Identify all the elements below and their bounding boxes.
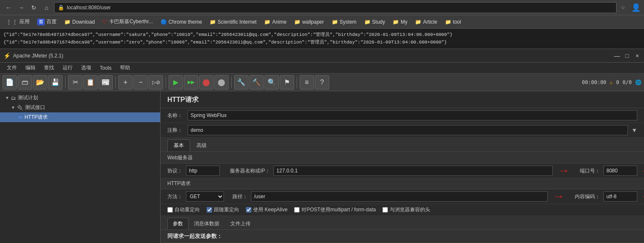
tree-item-http-request[interactable]: ✏ HTTP请求 <box>0 112 160 122</box>
toolbar-search1-button[interactable]: 🔧 <box>234 75 248 90</box>
checkbox-multipart[interactable]: 对POST使用multipart / form-data <box>294 206 376 213</box>
bookmark-star-icon[interactable]: ☆ <box>621 5 625 11</box>
follow-redirect-checkbox[interactable] <box>207 207 212 213</box>
warning-count: 0 <box>616 79 619 85</box>
globe-icon: 🌐 <box>635 79 641 85</box>
bookmark-wallpaper[interactable]: 📁 wallpaper <box>291 18 327 26</box>
menu-options[interactable]: 选项 <box>78 63 95 72</box>
comment-label: 注释： <box>167 127 184 134</box>
nav-home-button[interactable]: ⌂ <box>41 3 52 13</box>
tab-basic[interactable]: 基本 <box>167 139 190 151</box>
path-input-wrapper: → <box>251 191 548 202</box>
toolbar-clear-button[interactable]: ▷⊘ <box>149 75 163 90</box>
toolbar-new-button[interactable]: 📄 <box>3 75 17 90</box>
my-folder-icon: 📁 <box>393 19 399 25</box>
menu-run[interactable]: 运行 <box>59 63 76 72</box>
toolbar-cut-button[interactable]: ✂ <box>68 75 82 90</box>
bookmark-scientific[interactable]: 📁 Scientific Internet <box>206 18 260 26</box>
tree-item-test-plan[interactable]: ▼ 🗂 测试计划 <box>0 93 160 103</box>
protocol-label: 协议： <box>167 167 183 175</box>
collapse-icon[interactable]: ▼ <box>631 127 637 134</box>
toolbar-open-button[interactable]: 📂 <box>33 75 47 90</box>
nav-forward-button[interactable]: → <box>16 3 26 13</box>
multipart-checkbox[interactable] <box>294 207 300 213</box>
toolbar-help-button[interactable]: ? <box>315 75 329 90</box>
server-input-wrapper: → <box>273 166 553 176</box>
keepalive-checkbox[interactable] <box>246 207 251 213</box>
checkbox-follow-redirect[interactable]: 跟随重定向 <box>207 206 239 213</box>
bookmark-anime[interactable]: 📁 Anime <box>261 18 290 26</box>
toolbar-flag-button[interactable]: ⚑ <box>280 75 294 90</box>
bookmark-study[interactable]: 📁 Study <box>361 18 389 26</box>
bookmark-apps-label: 应用 <box>19 18 30 25</box>
method-label: 方法： <box>167 193 183 200</box>
toolbar-search2-button[interactable]: 🔨 <box>249 75 264 90</box>
protocol-input[interactable] <box>186 166 220 176</box>
maximize-button[interactable]: □ <box>624 52 630 59</box>
minimize-button[interactable]: — <box>614 52 620 59</box>
menu-tools[interactable]: Tools <box>96 64 115 72</box>
toolbar-sep-5 <box>297 76 297 88</box>
toolbar-paste-button[interactable]: 📰 <box>98 75 113 90</box>
tree-toggle-plan[interactable]: ▼ <box>5 96 9 100</box>
toolbar-binoculars-button[interactable]: 🔍 <box>265 75 279 90</box>
tree-item-test-interface[interactable]: ▼ 🔌 测试接口 <box>0 103 160 112</box>
encoding-input[interactable] <box>603 191 637 202</box>
tab-params[interactable]: 参数 <box>167 218 188 229</box>
checkbox-auto-redirect[interactable]: 自动重定向 <box>167 206 200 213</box>
browser-header-checkbox[interactable] <box>382 207 388 213</box>
toolbar-remove-button[interactable]: − <box>134 75 148 90</box>
bookmark-article[interactable]: 📁 Article <box>412 18 440 26</box>
bookmark-chrome-theme[interactable]: 🔵 Chrome theme <box>157 18 205 26</box>
toolbar-list-button[interactable]: ≡ <box>300 75 314 90</box>
toolbar-stop-button[interactable]: ⬤ <box>199 75 213 90</box>
toolbar-template-button[interactable]: 🗃 <box>18 75 32 90</box>
nav-refresh-button[interactable]: ↻ <box>29 3 39 13</box>
tree-toggle-interface[interactable]: ▼ <box>11 105 15 110</box>
bookmark-system[interactable]: 📁 System <box>328 18 360 26</box>
bookmark-my[interactable]: 📁 My <box>389 18 411 26</box>
bookmark-download[interactable]: 📁 Download <box>61 18 98 26</box>
toolbar-startno-button[interactable]: ▶▶ <box>184 75 198 90</box>
auto-redirect-checkbox[interactable] <box>167 207 173 213</box>
toolbar-shutdown-button[interactable]: ⬤ <box>214 75 229 90</box>
comment-input[interactable] <box>188 125 628 135</box>
tab-body[interactable]: 消息体数据 <box>188 218 225 229</box>
toolbar-save-button[interactable]: 💾 <box>48 75 63 90</box>
bookmark-tool[interactable]: 📁 tool <box>442 18 464 26</box>
bookmark-baidu[interactable]: 百 百度 <box>34 17 60 27</box>
name-input[interactable] <box>188 110 637 120</box>
system-folder-icon: 📁 <box>332 19 338 25</box>
arrow-to-server: → <box>558 164 570 177</box>
address-bar[interactable]: 🔒 localhost:8080/user <box>54 2 617 13</box>
arrow-to-path: → <box>553 190 565 203</box>
keepalive-label: 使用 KeepAlive <box>253 206 287 213</box>
toolbar-copy-button[interactable]: 📋 <box>83 75 98 90</box>
toolbar-add-button[interactable]: + <box>118 75 133 90</box>
close-button[interactable]: × <box>634 52 641 59</box>
menu-find[interactable]: 查找 <box>41 63 57 72</box>
browser-header-label: 与浏览器兼容的头 <box>390 206 430 213</box>
tab-upload[interactable]: 文件上传 <box>225 218 256 229</box>
method-select[interactable]: GET POST PUT DELETE <box>186 191 224 202</box>
port-input[interactable] <box>603 166 637 176</box>
checkbox-keepalive[interactable]: 使用 KeepAlive <box>246 206 287 213</box>
wallpaper-folder-icon: 📁 <box>294 19 300 25</box>
nav-back-button[interactable]: ← <box>3 3 14 13</box>
menu-edit[interactable]: 编辑 <box>22 63 39 72</box>
menu-help[interactable]: 帮助 <box>117 63 134 72</box>
bookmark-anime-label: Anime <box>272 19 287 25</box>
tree-interface-icon: 🔌 <box>17 105 23 111</box>
checkbox-row: 自动重定向 跟随重定向 使用 KeepAlive 对POST使用multipar… <box>161 204 644 216</box>
arrow-to-port: → <box>641 164 644 177</box>
checkbox-browser-header[interactable]: 与浏览器兼容的头 <box>382 206 430 213</box>
menu-file[interactable]: 文件 <box>3 63 20 72</box>
server-input[interactable] <box>273 166 553 176</box>
path-input[interactable] <box>251 191 548 202</box>
bookmark-apps[interactable]: ⋮⋮ 应用 <box>3 17 33 27</box>
tab-advanced[interactable]: 高级 <box>190 139 213 151</box>
bookmark-kaspersky[interactable]: 🛡 卡巴斯基Cyberthr... <box>99 17 156 27</box>
profile-icon[interactable]: 👤 <box>631 3 641 12</box>
anime-folder-icon: 📁 <box>264 19 270 25</box>
toolbar-start-button[interactable]: ▶ <box>169 75 183 90</box>
